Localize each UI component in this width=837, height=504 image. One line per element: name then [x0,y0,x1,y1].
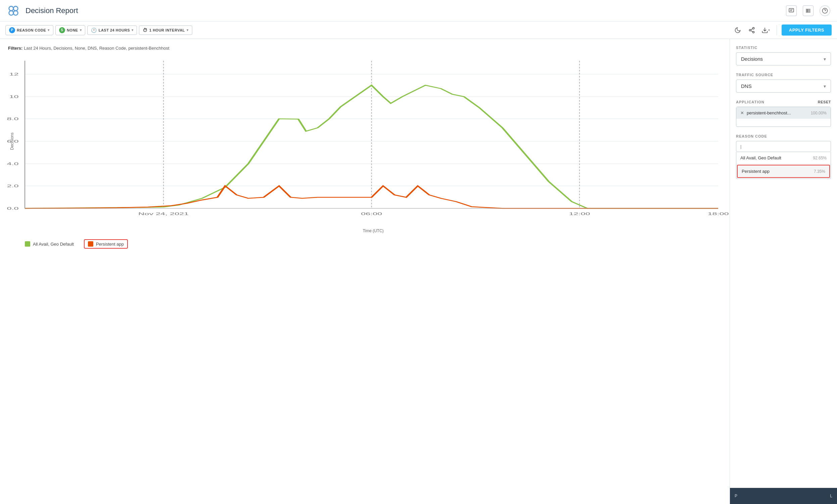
svg-text:2.0: 2.0 [7,184,19,188]
svg-text:8.0: 8.0 [7,117,19,121]
interval-filter[interactable]: ⏱ 1 HOUR INTERVAL ▾ [139,25,192,35]
none-filter[interactable]: S NONE ▾ [55,25,85,35]
legend-color-2 [88,241,93,247]
interval-label: 1 HOUR INTERVAL [149,28,185,32]
header-icons [786,5,830,16]
chart-container: Decisions 0.0 2.0 4.0 6.0 8.0 [8,57,722,225]
traffic-source-select[interactable]: DNS ▾ [736,79,831,93]
traffic-source-value: DNS [741,83,752,89]
svg-point-16 [752,31,754,33]
main-layout: Filters: Last 24 Hours, Decisions, None,… [0,39,837,504]
traffic-source-select-wrapper: DNS ▾ [736,79,831,93]
last-24-filter[interactable]: 🕐 LAST 24 HOURS ▾ [87,25,137,35]
svg-rect-4 [789,8,794,12]
svg-text:06:00: 06:00 [361,212,382,216]
reason-code-chevron: ▾ [48,28,50,32]
reason-code-section: REASON CODE All Avail, Geo Default 92.65… [736,134,831,179]
x-axis-label: Time (UTC) [25,229,722,233]
svg-line-17 [751,31,753,32]
download-icon-btn[interactable]: ▾ [760,24,772,36]
reason-code-filter[interactable]: P REASON CODE ▾ [5,25,53,35]
statistic-chevron: ▾ [823,56,826,62]
traffic-source-chevron: ▾ [823,84,826,89]
svg-text:12:00: 12:00 [569,212,590,216]
app-filter-item: ✕ persistent-benchhost... 100.00% [736,107,831,119]
clock-icon: 🕐 [91,28,97,33]
traffic-source-label: TRAFFIC SOURCE [736,73,831,77]
statistic-value: Decisions [741,56,763,62]
statistic-label: STATISTIC [736,46,831,50]
reason-code-pct-2: 7.35% [814,169,825,174]
last-24-label: LAST 24 HOURS [99,28,130,32]
app-header: Decision Report [0,0,837,21]
legend-item-2: Persistent app [84,239,128,249]
svg-text:Nov 24, 2021: Nov 24, 2021 [138,212,189,216]
app-pct: 100.00% [811,111,826,115]
svg-point-0 [9,6,14,11]
svg-text:0.0: 0.0 [7,206,19,210]
svg-point-3 [14,11,18,15]
none-chevron: ▾ [80,28,82,32]
reason-code-input[interactable] [736,141,831,152]
reason-code-name-1: All Avail, Geo Default [740,155,781,160]
legend-label-2: Persistent app [96,241,124,247]
application-reset-button[interactable]: RESET [818,100,831,104]
reason-code-item-1[interactable]: All Avail, Geo Default 92.65% [736,152,831,164]
moon-icon-btn[interactable] [732,24,744,36]
reason-code-panel-label: REASON CODE [736,134,831,138]
bookmark-icon-btn[interactable] [786,5,797,16]
page-title: Decision Report [25,6,786,15]
statistic-select-wrapper: Decisions ▾ [736,52,831,66]
none-label: NONE [67,28,78,32]
application-section: APPLICATION RESET ✕ persistent-benchhost… [736,100,831,127]
legend-color-1 [25,241,30,247]
app-name: persistent-benchhost... [747,110,808,115]
svg-point-15 [749,29,751,31]
reason-code-name-2: Persistent app [742,169,769,174]
right-panel: STATISTIC Decisions ▾ TRAFFIC SOURCE DNS… [730,39,837,504]
svg-text:6.0: 6.0 [7,139,19,143]
chart-svg: 0.0 2.0 4.0 6.0 8.0 10 12 Nov 24, 2021 0… [25,61,718,209]
filters-values: Last 24 Hours, Decisions, None, DNS, Rea… [24,46,170,51]
share-icon-btn[interactable] [746,24,758,36]
statistic-select[interactable]: Decisions ▾ [736,52,831,66]
svg-line-18 [751,29,753,30]
filters-line: Filters: Last 24 Hours, Decisions, None,… [8,46,722,51]
app-logo [7,4,20,17]
download-chevron: ▾ [768,28,770,32]
svg-text:12: 12 [10,72,19,76]
reason-code-item-2[interactable]: Persistent app 7.35% [737,165,830,178]
application-filter-box: ✕ persistent-benchhost... 100.00% [736,107,831,127]
reason-code-list: All Avail, Geo Default 92.65% Persistent… [736,152,831,179]
app-remove-btn[interactable]: ✕ [740,110,744,115]
filters-label: Filters: [8,46,22,51]
toolbar: P REASON CODE ▾ S NONE ▾ 🕐 LAST 24 HOURS… [0,21,837,39]
reason-code-badge: P [9,27,15,33]
list-icon-btn[interactable] [803,5,814,16]
interval-clock-icon: ⏱ [143,28,148,33]
traffic-source-section: TRAFFIC SOURCE DNS ▾ [736,73,831,93]
none-badge: S [59,27,65,33]
legend: All Avail, Geo Default Persistent app [8,239,722,249]
apply-filters-button[interactable]: APPLY FILTERS [782,24,832,36]
panel-bottom-overlay: P L [730,488,837,504]
svg-text:10: 10 [10,95,19,98]
legend-item-1: All Avail, Geo Default [25,239,74,249]
panel-bottom-right: L [830,493,832,498]
svg-point-1 [14,6,18,11]
panel-bottom-left: P [735,493,737,498]
chart-inner: 0.0 2.0 4.0 6.0 8.0 10 12 Nov 24, 2021 0… [25,61,718,209]
application-label: APPLICATION [736,100,765,104]
svg-text:18:00: 18:00 [708,212,729,216]
interval-chevron: ▾ [186,28,189,32]
svg-text:4.0: 4.0 [7,162,19,166]
reason-code-label: REASON CODE [17,28,46,32]
legend-label-1: All Avail, Geo Default [33,241,74,247]
chart-area: Filters: Last 24 Hours, Decisions, None,… [0,39,730,504]
last-24-chevron: ▾ [131,28,133,32]
statistic-section: STATISTIC Decisions ▾ [736,46,831,66]
svg-point-2 [9,11,14,15]
help-icon-btn[interactable] [820,5,830,16]
svg-point-14 [752,27,754,29]
reason-code-pct-1: 92.65% [813,156,826,160]
